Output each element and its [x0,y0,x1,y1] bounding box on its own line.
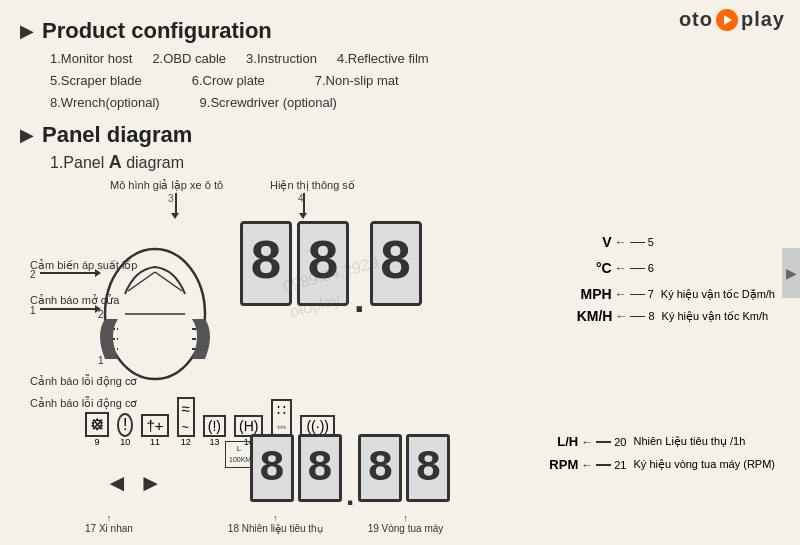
bottom-label-18: ↑ 18 Nhiên liệu tiêu thụ [228,513,323,534]
icon-11-symbol: †+ [141,414,168,437]
icon-9-num: 9 [94,437,99,447]
car-diagram: 2 1 [90,239,220,399]
icon-11-num: 11 [150,437,160,447]
small-digit-2: 8 [298,434,342,502]
icon-13-symbol: (!) [203,415,226,437]
label-2-cam-bien: 2 [30,269,36,280]
section-arrow-icon: ▶ [20,20,34,42]
display-digit-2: 8 [297,221,349,306]
num-mph: 7 [648,288,654,300]
large-display: 8 8 . 8 [240,221,422,306]
icon-10-symbol: ! [117,413,133,437]
right-label-kmh: KM/H ← 8 Ký hiệu vận tốc Km/h [577,308,775,324]
dash-c [630,268,645,270]
arrow-cam-bien [40,272,95,274]
desc-lh: Nhiên Liệu tiêu thụ /1h [634,435,746,448]
label-18: 18 Nhiên liệu tiêu thụ [228,523,323,534]
small-digit-4: 8 [406,434,450,502]
config-row-1: 1.Monitor host 2.OBD cable 3.Instruction… [50,48,780,70]
panel-a-label: A [109,152,122,172]
symbol-v: V [577,234,612,250]
config-item-4: 4.Reflective film [337,48,429,70]
turn-left-icon: ◄ [105,469,129,497]
dash-mph [630,294,645,296]
icon-13-num: 13 [209,437,219,447]
car-svg: 2 1 [90,239,220,399]
svg-text:2: 2 [98,309,104,320]
logo-text-after: play [741,8,785,31]
arrow-left-lh: ← [581,435,593,449]
icon-13: (!) 13 [203,415,226,447]
panel-section-arrow-icon: ▶ [20,124,34,146]
num-rpm: 21 [614,459,626,471]
num-kmh: 8 [648,310,654,322]
dash-kmh [630,316,645,318]
dash-rpm [596,464,611,466]
symbol-kmh: KM/H [577,308,613,324]
icon-12-symbol: ≈~ [177,397,195,437]
arrow-left-kmh: ← [615,309,627,323]
config-item-3: 3.Instruction [246,48,317,70]
label-19: 19 Vòng tua máy [368,523,444,534]
display-digit-1: 8 [240,221,292,306]
product-config-section: ▶ Product configuration 1.Monitor host 2… [20,18,780,114]
num-v: 5 [648,236,654,248]
arrow-left-rpm: ← [581,458,593,472]
config-item-5: 5.Scraper blade [50,70,142,92]
arrow-canh-bao [40,308,95,310]
turn-right-icon: ► [139,469,163,497]
cross-icon: ✕ [87,414,107,435]
arrowhead-mo-hinh [171,213,179,219]
arrow-left-c: ← [615,261,627,275]
arrow-up-18: ↑ [273,513,278,523]
config-item-2: 2.OBD cable [152,48,226,70]
label-hien-thi: Hiện thị thông số [270,179,355,192]
display-digit-3: 8 [370,221,422,306]
symbol-c: °C [577,260,612,276]
symbol-lh: L/H [543,434,578,449]
config-item-6: 6.Crow plate [192,70,265,92]
label-canh-bao-loi-full: Cảnh báo lỗi động cơ [30,397,138,410]
right-labels-bottom: L/H ← 20 Nhiên Liệu tiêu thụ /1h RPM ← 2… [543,434,775,472]
symbol-rpm: RPM [543,457,578,472]
config-item-1: 1.Monitor host [50,48,132,70]
arrow-up-17: ↑ [107,513,112,523]
config-item-9: 9.Screwdriver (optional) [200,92,337,114]
logo-text-before: oto [679,8,713,31]
logo: oto play [679,8,785,31]
right-labels: V ← 5 °C ← 6 MPH ← 7 Ký [577,234,775,324]
panel-diagram-header: ▶ Panel diagram [20,122,780,148]
icon-9-symbol: ⚙ ✕ [85,412,109,437]
symbol-mph: MPH [577,286,612,302]
main-container: oto play ▶ ▶ Product configuration 1.Mon… [0,0,800,545]
config-item-8: 8.Wrench(optional) [50,92,160,114]
fuel-100km-label: 100KM [229,456,251,463]
diagram-area: 0989.04.2929otoplay Mô hình giả lập xe ô… [30,179,790,539]
display-dot: . [354,278,365,321]
bottom-label-17: ↑ 17 Xi nhan [85,513,133,534]
turn-signals: ◄ ► [105,469,163,497]
arrowhead-hien-thi [299,213,307,219]
logo-play-icon [716,9,738,31]
right-label-mph: MPH ← 7 Ký hiệu vận tốc Dặm/h [577,286,775,302]
icon-12: ≈~ 12 [177,397,195,447]
dash-lh [596,441,611,443]
desc-kmh: Ký hiệu vận tốc Km/h [662,310,769,323]
config-items: 1.Monitor host 2.OBD cable 3.Instruction… [20,48,780,114]
bottom-labels-row: ↑ 17 Xi nhan ↑ 18 Nhiên liệu tiêu thụ ↑ … [85,513,443,534]
small-dot: . [346,478,354,512]
panel-subtitle: 1.Panel A diagram [20,152,780,173]
desc-rpm: Ký hiệu vòng tua máy (RPM) [634,458,776,471]
small-digit-3: 8 [358,434,402,502]
fuel-icon-l100km: L 100KM [225,441,253,468]
arrow-mo-hinh-down [175,193,177,213]
small-digit-1: 8 [250,434,294,502]
num-c: 6 [648,262,654,274]
config-item-7: 7.Non-slip mat [315,70,399,92]
icon-10-num: 10 [120,437,130,447]
label-mo-hinh: Mô hình giả lập xe ô tô [110,179,223,192]
panel-diagram-section: ▶ Panel diagram 1.Panel A diagram 0989.0… [20,122,780,539]
dash-v [630,242,645,244]
config-row-3: 8.Wrench(optional) 9.Screwdriver (option… [50,92,780,114]
label-1-canh-bao: 1 [30,305,36,316]
